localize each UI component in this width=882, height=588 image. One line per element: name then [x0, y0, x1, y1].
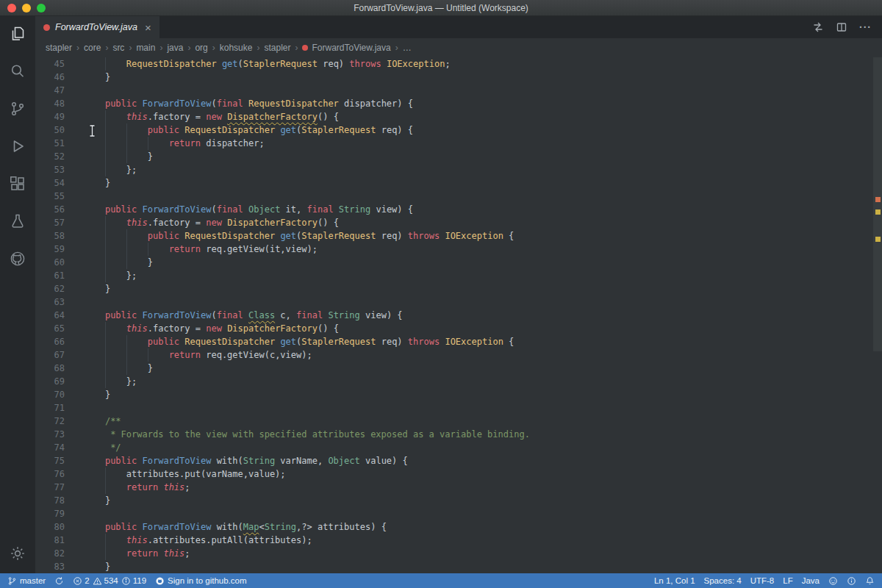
code-line[interactable]: 55 [35, 190, 872, 203]
line-number[interactable]: 50 [35, 123, 65, 137]
code-line[interactable]: 80 public ForwardToView with(Map<String,… [35, 520, 872, 534]
line-number[interactable]: 68 [35, 362, 65, 375]
code-line[interactable]: 63 [35, 295, 872, 309]
open-changes-icon[interactable] [812, 21, 824, 33]
code-line[interactable]: 72 /** [35, 415, 872, 428]
feedback-smiley-icon[interactable] [828, 576, 838, 586]
code-line[interactable]: 69 }; [35, 375, 872, 388]
code-line[interactable]: 83 } [35, 560, 872, 573]
github-icon[interactable] [9, 250, 26, 268]
breadcrumb-item[interactable]: src [112, 43, 124, 53]
language-mode[interactable]: Java [802, 576, 820, 585]
line-number[interactable]: 58 [35, 229, 65, 243]
line-number[interactable]: 74 [35, 441, 65, 454]
code-line[interactable]: 75 public ForwardToView with(String varN… [35, 454, 872, 467]
encoding-setting[interactable]: UTF-8 [750, 576, 775, 585]
breadcrumb-item[interactable]: stapler [46, 43, 72, 53]
line-number[interactable]: 78 [35, 494, 65, 507]
line-number[interactable]: 65 [35, 322, 65, 335]
line-number[interactable]: 59 [35, 243, 65, 256]
branch-status[interactable]: master [7, 576, 46, 586]
line-number[interactable]: 62 [35, 282, 65, 295]
code-line[interactable]: 54 } [35, 176, 872, 190]
line-number[interactable]: 56 [35, 203, 65, 216]
close-tab-icon[interactable]: × [145, 22, 151, 33]
code-line[interactable]: 76 attributes.put(varName,value); [35, 467, 872, 481]
tab-forwardtoview[interactable]: ForwardToView.java × [35, 16, 160, 38]
line-number[interactable]: 67 [35, 348, 65, 362]
line-number[interactable]: 47 [35, 84, 65, 97]
problems-status[interactable]: 2 534 119 [73, 576, 146, 586]
code-line[interactable]: 57 this.factory = new DispatcherFactory(… [35, 216, 872, 229]
testing-beaker-icon[interactable] [9, 212, 26, 230]
line-number[interactable]: 49 [35, 110, 65, 123]
breadcrumb-item[interactable]: main [136, 43, 155, 53]
breadcrumb-item[interactable]: ForwardToView.java [302, 43, 390, 53]
line-number[interactable]: 80 [35, 520, 65, 534]
code-line[interactable]: 77 return this; [35, 481, 872, 494]
breadcrumb-item[interactable]: org [195, 43, 207, 53]
line-number[interactable]: 63 [35, 295, 65, 309]
code-line[interactable]: 64 public ForwardToView(final Class c, f… [35, 309, 872, 322]
code-line[interactable]: 48 public ForwardToView(final RequestDis… [35, 97, 872, 110]
code-line[interactable]: 71 [35, 401, 872, 415]
search-icon[interactable] [9, 62, 26, 80]
line-number[interactable]: 51 [35, 137, 65, 150]
code-line[interactable]: 68 } [35, 362, 872, 375]
zoom-window-button[interactable] [37, 4, 46, 12]
more-actions-icon[interactable]: ··· [859, 21, 872, 33]
line-number[interactable]: 75 [35, 454, 65, 467]
line-number[interactable]: 66 [35, 335, 65, 348]
line-number[interactable]: 60 [35, 256, 65, 269]
breadcrumb-item[interactable]: core [84, 43, 101, 53]
code-line[interactable]: 45 RequestDispatcher get(StaplerRequest … [35, 57, 872, 71]
editor[interactable]: 45 RequestDispatcher get(StaplerRequest … [35, 57, 882, 573]
line-number[interactable]: 46 [35, 71, 65, 84]
code-line[interactable]: 70 } [35, 388, 872, 401]
code-area[interactable]: 45 RequestDispatcher get(StaplerRequest … [35, 57, 872, 573]
explorer-icon[interactable] [9, 25, 26, 43]
code-line[interactable]: 78 } [35, 494, 872, 507]
code-line[interactable]: 52 } [35, 150, 872, 163]
close-window-button[interactable] [7, 4, 16, 12]
code-line[interactable]: 74 */ [35, 441, 872, 454]
eol-setting[interactable]: LF [783, 576, 792, 585]
line-number[interactable]: 73 [35, 428, 65, 441]
code-line[interactable]: 82 return this; [35, 547, 872, 560]
breadcrumb-item[interactable]: … [403, 43, 412, 53]
line-number[interactable]: 82 [35, 547, 65, 560]
code-line[interactable]: 73 * Forwards to the view with specified… [35, 428, 872, 441]
code-line[interactable]: 53 }; [35, 163, 872, 176]
code-line[interactable]: 50 public RequestDispatcher get(StaplerR… [35, 123, 872, 137]
line-number[interactable]: 72 [35, 415, 65, 428]
remote-info-icon[interactable] [847, 576, 856, 586]
line-number[interactable]: 70 [35, 388, 65, 401]
indentation-setting[interactable]: Spaces: 4 [704, 576, 742, 585]
line-number[interactable]: 61 [35, 269, 65, 282]
code-line[interactable]: 60 } [35, 256, 872, 269]
code-line[interactable]: 59 return req.getView(it,view); [35, 243, 872, 256]
code-line[interactable]: 49 this.factory = new DispatcherFactory(… [35, 110, 872, 123]
cursor-position[interactable]: Ln 1, Col 1 [654, 576, 695, 585]
line-number[interactable]: 54 [35, 176, 65, 190]
line-number[interactable]: 48 [35, 97, 65, 110]
line-number[interactable]: 81 [35, 534, 65, 547]
code-line[interactable]: 67 return req.getView(c,view); [35, 348, 872, 362]
code-line[interactable]: 66 public RequestDispatcher get(StaplerR… [35, 335, 872, 348]
split-editor-icon[interactable] [836, 21, 847, 33]
code-line[interactable]: 62 } [35, 282, 872, 295]
code-line[interactable]: 47 [35, 84, 872, 97]
code-line[interactable]: 56 public ForwardToView(final Object it,… [35, 203, 872, 216]
line-number[interactable]: 52 [35, 150, 65, 163]
line-number[interactable]: 45 [35, 57, 65, 71]
breadcrumb-item[interactable]: kohsuke [220, 43, 253, 53]
line-number[interactable]: 76 [35, 467, 65, 481]
extensions-icon[interactable] [9, 175, 26, 193]
code-line[interactable]: 51 return dispatcher; [35, 137, 872, 150]
line-number[interactable]: 64 [35, 309, 65, 322]
sync-button[interactable] [54, 576, 64, 586]
code-line[interactable]: 58 public RequestDispatcher get(StaplerR… [35, 229, 872, 243]
run-debug-icon[interactable] [9, 137, 26, 155]
code-line[interactable]: 46 } [35, 71, 872, 84]
line-number[interactable]: 53 [35, 163, 65, 176]
